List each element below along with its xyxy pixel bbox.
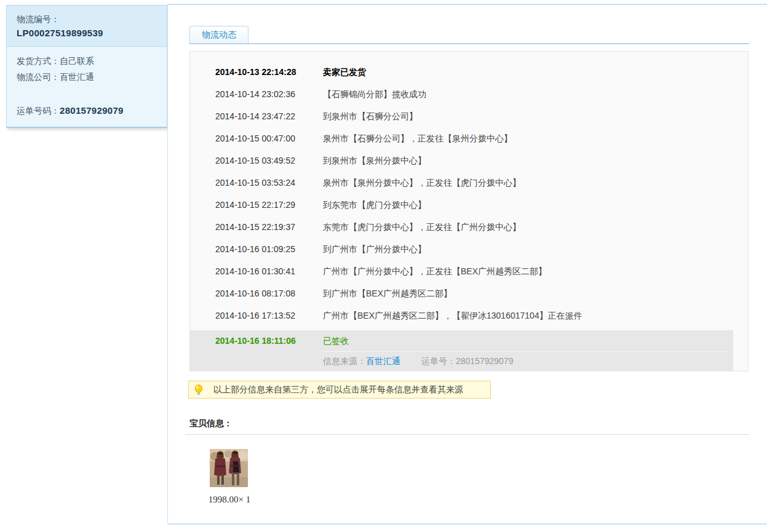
tracking-event-row[interactable]: 2014-10-14 23:02:36【石狮锦尚分部】揽收成功 — [190, 87, 748, 102]
tracking-timeline-panel: 2014-10-13 22:14:28卖家已发货2014-10-14 23:02… — [189, 51, 749, 371]
goods-info-heading: 宝贝信息： — [189, 418, 232, 429]
event-desc: 东莞市【虎门分拨中心】，正发往【广州分拨中心】 — [323, 220, 743, 235]
event-time: 2014-10-16 01:09:25 — [215, 242, 308, 257]
event-desc: 到泉州市【泉州分拨中心】 — [323, 153, 743, 169]
tab-underline — [189, 43, 749, 44]
logistics-detail-panel: 物流动态 2014-10-13 22:14:28卖家已发货2014-10-14 … — [167, 4, 767, 525]
logistics-number-value: LP00027519899539 — [17, 26, 157, 41]
logistics-number-section: 物流编号： LP00027519899539 — [7, 6, 167, 47]
event-time: 2014-10-14 23:02:36 — [215, 87, 308, 102]
waybill-inline-value: 280157929079 — [456, 356, 513, 366]
final-status-text: 已签收 — [323, 330, 349, 351]
tracking-event-row[interactable]: 2014-10-16 01:30:41广州市【广州分拨中心】，正发往【BEX广州… — [190, 264, 748, 279]
waybill-number-line: 运单号码：280157929079 — [17, 103, 157, 119]
event-desc: 广州市【广州分拨中心】，正发往【BEX广州越秀区二部】 — [323, 264, 743, 279]
event-desc: 到广州市【广州分拨中心】 — [323, 242, 743, 257]
tracking-event-row[interactable]: 2014-10-16 17:13:52广州市【BEX广州越秀区二部】，【翟伊冰1… — [190, 308, 748, 324]
event-time: 2014-10-16 17:13:52 — [215, 308, 308, 324]
event-time: 2014-10-15 00:47:00 — [215, 131, 308, 146]
event-time: 2014-10-16 18:11:06 — [215, 330, 308, 351]
goods-divider — [185, 434, 749, 435]
event-desc: 【石狮锦尚分部】揽收成功 — [323, 87, 743, 102]
tracking-event-row[interactable]: 2014-10-14 23:47:22到泉州市【石狮分公司】 — [190, 109, 748, 124]
info-source-row: 信息来源：百世汇通运单号：280157929079 — [190, 352, 733, 371]
shipping-method-label: 发货方式： — [17, 56, 60, 66]
tracking-event-row[interactable]: 2014-10-16 01:09:25到广州市【广州分拨中心】 — [190, 242, 748, 257]
tracking-event-row[interactable]: 2014-10-15 22:17:29到东莞市【虎门分拨中心】 — [190, 197, 748, 213]
third-party-notice: 以上部分信息来自第三方，您可以点击展开每条信息并查看其来源 — [188, 381, 491, 399]
product-thumbnail[interactable] — [210, 449, 248, 487]
event-time: 2014-10-16 01:30:41 — [215, 264, 308, 279]
info-source-link[interactable]: 百世汇通 — [366, 356, 400, 366]
waybill-inline-label: 运单号： — [421, 356, 456, 366]
tracking-event-row[interactable]: 2014-10-15 22:19:37东莞市【虎门分拨中心】，正发往【广州分拨中… — [190, 220, 748, 235]
final-status-block[interactable]: 2014-10-16 18:11:06 已签收 信息来源：百世汇通运单号：280… — [190, 330, 733, 371]
tracking-event-row[interactable]: 2014-10-16 08:17:08到广州市【BEX广州越秀区二部】 — [190, 286, 748, 301]
event-time: 2014-10-14 23:47:22 — [215, 109, 308, 124]
notice-text: 以上部分信息来自第三方，您可以点击展开每条信息并查看其来源 — [213, 381, 463, 398]
event-desc: 广州市【BEX广州越秀区二部】，【翟伊冰13016017104】正在派件 — [323, 308, 743, 324]
product-price-qty: 1998.00× 1 — [199, 494, 260, 505]
event-desc: 到东莞市【虎门分拨中心】 — [323, 197, 743, 213]
event-desc: 到广州市【BEX广州越秀区二部】 — [323, 286, 743, 301]
tracking-event-row[interactable]: 2014-10-15 03:53:24泉州市【泉州分拨中心】，正发往【虎门分拨中… — [190, 175, 748, 191]
event-desc: 到泉州市【石狮分公司】 — [323, 109, 743, 124]
event-desc: 卖家已发货 — [323, 65, 743, 80]
event-time: 2014-10-15 22:17:29 — [215, 197, 308, 213]
tracking-event-row[interactable]: 2014-10-15 03:49:52到泉州市【泉州分拨中心】 — [190, 153, 748, 169]
event-time: 2014-10-15 22:19:37 — [215, 220, 308, 235]
info-source-label: 信息来源： — [323, 356, 366, 366]
tracking-event-row[interactable]: 2014-10-15 00:47:00泉州市【石狮分公司】，正发往【泉州分拨中心… — [190, 131, 748, 146]
tracking-event-row[interactable]: 2014-10-13 22:14:28卖家已发货 — [190, 65, 748, 80]
lightbulb-icon — [194, 384, 203, 395]
logistics-summary-box: 物流编号： LP00027519899539 发货方式：自己联系 物流公司：百世… — [6, 5, 167, 128]
logistics-company-value: 百世汇通 — [60, 72, 94, 82]
event-time: 2014-10-15 03:49:52 — [215, 153, 308, 169]
waybill-number-label: 运单号码： — [17, 106, 60, 116]
logistics-company-label: 物流公司： — [17, 72, 60, 82]
shipping-info-section: 发货方式：自己联系 物流公司：百世汇通 运单号码：280157929079 — [7, 47, 167, 127]
event-time: 2014-10-13 22:14:28 — [215, 65, 308, 80]
event-desc: 泉州市【泉州分拨中心】，正发往【虎门分拨中心】 — [323, 175, 743, 191]
final-status-row: 2014-10-16 18:11:06 已签收 — [190, 330, 733, 351]
waybill-inline: 运单号：280157929079 — [421, 356, 513, 366]
logistics-number-label: 物流编号： — [17, 12, 157, 26]
event-time: 2014-10-15 03:53:24 — [215, 175, 308, 191]
event-time: 2014-10-16 08:17:08 — [215, 286, 308, 301]
tab-logistics-updates[interactable]: 物流动态 — [189, 26, 248, 43]
logistics-company-line: 物流公司：百世汇通 — [17, 69, 157, 85]
event-desc: 泉州市【石狮分公司】，正发往【泉州分拨中心】 — [323, 131, 743, 146]
shipping-method-value: 自己联系 — [60, 56, 94, 66]
shipping-method-line: 发货方式：自己联系 — [17, 53, 157, 69]
waybill-number-value: 280157929079 — [60, 105, 124, 116]
tracking-list: 2014-10-13 22:14:28卖家已发货2014-10-14 23:02… — [190, 52, 748, 324]
